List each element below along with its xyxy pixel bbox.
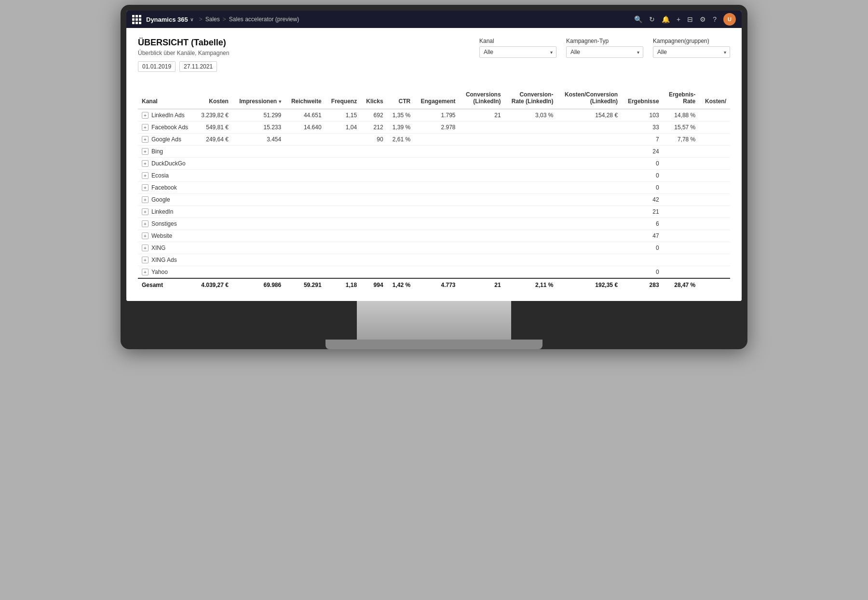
cell-engagement <box>414 266 459 279</box>
cell-engagement: 2.978 <box>414 122 459 134</box>
cell-kosten_conversion_linkedin <box>557 242 622 254</box>
expand-btn[interactable]: + <box>142 232 149 239</box>
cell-klicks <box>361 266 387 279</box>
cell-engagement <box>414 170 459 182</box>
cell-kanal: +Sonstiges <box>138 218 195 230</box>
expand-btn[interactable]: + <box>142 245 149 251</box>
table-row: +Google42 <box>138 194 730 206</box>
cell-frequenz <box>326 206 361 218</box>
col-header-engagement: Engagement <box>414 88 459 109</box>
cell-frequenz <box>326 242 361 254</box>
table-row: +LinkedIn21 <box>138 206 730 218</box>
date-from[interactable]: 01.01.2019 <box>138 61 176 72</box>
cell-ergebnisrate <box>663 230 700 242</box>
avatar[interactable]: U <box>723 13 736 26</box>
expand-btn[interactable]: + <box>142 257 149 263</box>
header-filters: Kanal Alle Kampagnen-Typ Alle <box>479 38 730 58</box>
expand-btn[interactable]: + <box>142 184 149 191</box>
cell-ergebnisse: 0 <box>622 266 663 279</box>
expand-btn[interactable]: + <box>142 124 149 131</box>
cell-kosten_ergebnis <box>699 146 730 158</box>
table-row: +DuckDuckGo0 <box>138 158 730 170</box>
cell-ergebnisse: 0 <box>622 158 663 170</box>
expand-btn[interactable]: + <box>142 160 149 167</box>
col-header-kosten-conversion: Kosten/Conversion(LinkedIn) <box>557 88 622 109</box>
breadcrumb-sales[interactable]: Sales <box>205 16 220 23</box>
cell-kosten <box>195 182 232 194</box>
cell-kosten_conversion_linkedin <box>557 146 622 158</box>
cell-kanal: +LinkedIn Ads <box>138 109 195 122</box>
cell-kanal: +Website <box>138 230 195 242</box>
cell-kosten_conversion_linkedin <box>557 206 622 218</box>
cell-kosten: 549,81 € <box>195 122 232 134</box>
cell-kosten_ergebnis <box>699 170 730 182</box>
bell-icon[interactable]: 🔔 <box>662 15 670 23</box>
filter-group-kampagnen-gruppen: Kampagnen(gruppen) Alle <box>653 38 730 58</box>
grid-icon[interactable] <box>132 15 141 24</box>
filter-kampagnen-typ-wrap: Alle <box>566 46 643 58</box>
filter-kanal-select[interactable]: Alle <box>479 46 556 58</box>
cell-reichweite <box>285 182 325 194</box>
cell-kosten_conversion_linkedin <box>557 158 622 170</box>
settings-icon[interactable]: ⚙ <box>700 15 706 23</box>
cell-conversions_linkedin <box>460 218 505 230</box>
cell-ergebnisse: 6 <box>622 218 663 230</box>
cell-ctr <box>387 158 415 170</box>
filter-kampagnen-typ-select[interactable]: Alle <box>566 46 643 58</box>
plus-icon[interactable]: + <box>677 15 680 23</box>
breadcrumb-sales-accel[interactable]: Sales accelerator (preview) <box>229 16 299 23</box>
cell-conversion_rate_linkedin <box>505 218 557 230</box>
expand-btn[interactable]: + <box>142 208 149 215</box>
cell-kosten_conversion_linkedin <box>557 218 622 230</box>
expand-btn[interactable]: + <box>142 112 149 119</box>
cell-engagement <box>414 206 459 218</box>
cell-conversion_rate_linkedin <box>505 182 557 194</box>
help-icon[interactable]: ? <box>713 15 717 23</box>
funnel-icon[interactable]: ⊟ <box>687 15 693 23</box>
cell-ctr <box>387 146 415 158</box>
search-icon[interactable]: 🔍 <box>634 15 642 23</box>
date-to[interactable]: 27.11.2021 <box>179 61 217 72</box>
cell-klicks <box>361 254 387 266</box>
cell-ergebnisse <box>622 254 663 266</box>
cell-ctr <box>387 266 415 279</box>
cell-kanal: +XING Ads <box>138 254 195 266</box>
cell-conversion_rate_linkedin <box>505 230 557 242</box>
cell-ergebnisse: 33 <box>622 122 663 134</box>
col-header-impressionen[interactable]: Impressionen▾ <box>232 88 285 109</box>
cell-kosten <box>195 146 232 158</box>
cell-ergebnisrate <box>663 254 700 266</box>
expand-btn[interactable]: + <box>142 136 149 143</box>
cell-klicks <box>361 230 387 242</box>
channel-name: XING Ads <box>151 257 177 263</box>
cell-impressionen <box>232 146 285 158</box>
expand-btn[interactable]: + <box>142 172 149 179</box>
cell-reichweite <box>285 158 325 170</box>
cell-conversion_rate_linkedin <box>505 146 557 158</box>
cell-reichweite <box>285 218 325 230</box>
cell-engagement <box>414 254 459 266</box>
cell-conversions_linkedin <box>460 266 505 279</box>
cell-klicks <box>361 170 387 182</box>
top-nav-bar: Dynamics 365 ∨ > Sales > Sales accelerat… <box>126 11 742 28</box>
nav-brand[interactable]: Dynamics 365 ∨ <box>146 16 193 23</box>
cell-impressionen: 15.233 <box>232 122 285 134</box>
data-table: Kanal Kosten Impressionen▾ Reichweite Fr… <box>138 88 730 291</box>
sort-icon-impressionen: ▾ <box>279 99 281 104</box>
expand-btn[interactable]: + <box>142 220 149 227</box>
expand-btn[interactable]: + <box>142 269 149 275</box>
filter-kampagnen-gruppen-select[interactable]: Alle <box>653 46 730 58</box>
breadcrumb: > Sales > Sales accelerator (preview) <box>199 16 299 23</box>
table-row: +Bing24 <box>138 146 730 158</box>
cell-ctr <box>387 182 415 194</box>
cell-ergebnisrate <box>663 266 700 279</box>
cell-reichweite <box>285 230 325 242</box>
expand-btn[interactable]: + <box>142 196 149 203</box>
cell-ergebnisrate <box>663 170 700 182</box>
expand-btn[interactable]: + <box>142 148 149 155</box>
cell-reichweite <box>285 266 325 279</box>
cell-kosten_ergebnis <box>699 266 730 279</box>
cell-conversions_linkedin: 21 <box>460 109 505 122</box>
cell-kosten_ergebnis <box>699 206 730 218</box>
refresh-icon[interactable]: ↻ <box>649 15 655 23</box>
